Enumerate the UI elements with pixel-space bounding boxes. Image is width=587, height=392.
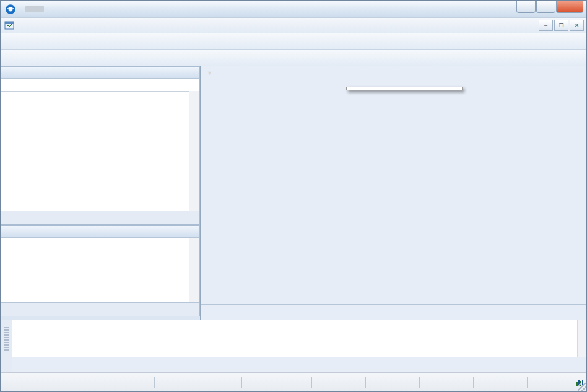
app-logo-icon xyxy=(5,4,16,15)
window-minimize-button[interactable] xyxy=(516,1,536,13)
navigator-header[interactable] xyxy=(1,226,199,238)
chevron-down-icon: ▼ xyxy=(207,70,212,76)
censored-block xyxy=(25,6,44,12)
terminal-panel xyxy=(1,320,587,372)
window-close-button[interactable] xyxy=(556,1,583,13)
terminal-scrollbar[interactable] xyxy=(577,320,587,357)
market-watch-panel xyxy=(1,66,200,225)
menu-bar: – ❐ ✕ xyxy=(1,18,587,33)
navigator-panel xyxy=(1,225,200,316)
chart-tab-bar xyxy=(201,304,587,320)
title-bar[interactable] xyxy=(1,1,587,18)
drawing-toolbar xyxy=(1,50,587,66)
chart-window-icon xyxy=(4,20,14,30)
chart-context-menu xyxy=(346,87,463,90)
terminal-tab-bar xyxy=(12,357,587,372)
chart-minimize-button[interactable]: – xyxy=(539,20,553,31)
market-watch-header[interactable] xyxy=(1,67,199,79)
terminal-side-strip xyxy=(1,320,12,372)
standard-toolbar xyxy=(1,33,587,50)
chart-title: ▼ xyxy=(207,68,219,77)
terminal-drag-grip[interactable] xyxy=(4,327,9,351)
chart-window[interactable]: ▼ xyxy=(200,66,587,320)
price-chart[interactable] xyxy=(201,66,587,304)
navigator-scrollbar[interactable] xyxy=(189,238,199,302)
chart-restore-button[interactable]: ❐ xyxy=(554,20,568,31)
terminal-close-icon[interactable] xyxy=(1,320,12,322)
navigator-tabs xyxy=(1,302,199,316)
market-watch-scrollbar[interactable] xyxy=(189,91,199,211)
market-watch-column-headers[interactable] xyxy=(1,79,199,92)
chart-close-button[interactable]: ✕ xyxy=(570,20,584,31)
status-bar xyxy=(1,372,587,392)
application-window: – ❐ ✕ ▼ xyxy=(0,0,587,392)
market-watch-tabs xyxy=(1,211,199,224)
window-restore-button[interactable] xyxy=(536,1,555,13)
resize-grip[interactable] xyxy=(578,383,587,392)
